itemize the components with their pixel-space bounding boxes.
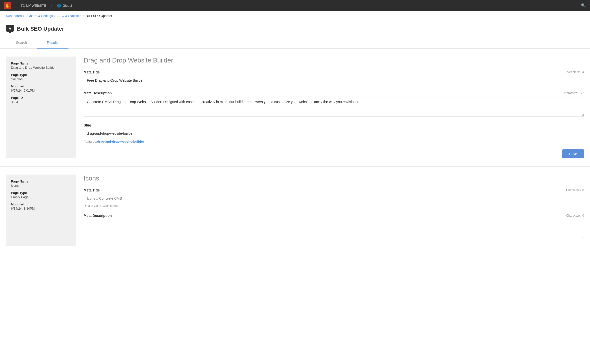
page-title-bar: ⚑ Bulk SEO Updater xyxy=(0,21,590,37)
meta-desc-field-2: Meta Description Characters: 0 xyxy=(84,214,584,240)
meta-desc-chars-2: Characters: 0 xyxy=(566,214,584,217)
meta-desc-chars-1: Characters: 172 xyxy=(563,91,584,95)
modified-value-1: 6/27/24, 5:01PM xyxy=(11,89,71,92)
meta-title-label-2: Meta Title xyxy=(84,188,100,192)
tab-results[interactable]: Results xyxy=(37,37,68,49)
meta-desc-textarea-1[interactable]: Concrete CMS's Drag and Drop Website Bui… xyxy=(84,97,584,117)
nav-separator: | xyxy=(51,3,52,7)
back-to-website-link[interactable]: ← TO MY WEBSITE xyxy=(16,4,46,7)
breadcrumb-seo-statistics[interactable]: SEO & Statistics xyxy=(58,14,81,18)
page-id-value-1: 3604 xyxy=(11,100,71,104)
slug-prefix-1: /features/ xyxy=(84,140,97,143)
page-title: Bulk SEO Updater xyxy=(17,26,64,32)
save-row-1: Save xyxy=(84,149,584,158)
breadcrumb-system-settings[interactable]: System & Settings xyxy=(26,14,53,18)
global-label: Global xyxy=(62,4,72,7)
record-info-1: Page Name Drag and Drop Website Builder … xyxy=(6,57,76,158)
page-name-label-2: Page Name xyxy=(11,180,71,183)
record-form-2: Icons Meta Title Characters: 0 Default v… xyxy=(84,175,584,246)
seo-record-2: Page Name Icons Page Type Empty Page Mod… xyxy=(0,167,590,254)
globe-icon: 🌐 xyxy=(57,4,61,7)
meta-desc-label-1: Meta Description xyxy=(84,91,112,95)
modified-label-2: Modified xyxy=(11,202,71,206)
record-page-title-2: Icons xyxy=(84,175,584,182)
back-label: TO MY WEBSITE xyxy=(21,4,46,7)
slug-input-1[interactable] xyxy=(84,129,584,138)
slug-preview-1: /features/drag-and-drop-website-builder xyxy=(84,140,584,143)
meta-title-label-1: Meta Title xyxy=(84,70,100,74)
app-logo: ✋ xyxy=(4,2,11,9)
modified-label-1: Modified xyxy=(11,84,71,88)
search-icon[interactable]: 🔍 xyxy=(581,3,586,8)
global-selector[interactable]: 🌐 Global xyxy=(57,4,72,7)
meta-title-input-2[interactable] xyxy=(84,194,584,203)
page-name-label-1: Page Name xyxy=(11,61,71,65)
modified-value-2: 6/14/24, 8:34PM xyxy=(11,207,71,210)
breadcrumb-sep-1: > xyxy=(23,14,25,17)
page-name-value-1: Drag and Drop Website Builder xyxy=(11,66,71,69)
page-name-value-2: Icons xyxy=(11,184,71,187)
tabs-bar: Search Results xyxy=(0,37,590,49)
page-type-value-1: Solution xyxy=(11,77,71,81)
record-page-title-1: Drag and Drop Website Builder xyxy=(84,57,584,64)
record-info-2: Page Name Icons Page Type Empty Page Mod… xyxy=(6,175,76,246)
page-type-value-2: Empty Page xyxy=(11,195,71,199)
slug-part-1: drag-and-drop-website-builder xyxy=(97,140,144,143)
top-nav: ✋ ← TO MY WEBSITE | 🌐 Global 🔍 xyxy=(0,0,590,11)
page-type-label-2: Page Type xyxy=(11,191,71,195)
meta-title-field-1: Meta Title Characters: 34 xyxy=(84,70,584,85)
breadcrumb: Dashboard > System & Settings > SEO & St… xyxy=(0,11,590,21)
main-content: Page Name Drag and Drop Website Builder … xyxy=(0,49,590,254)
slug-field-1: Slug /features/drag-and-drop-website-bui… xyxy=(84,123,584,143)
default-note-2: Default value. Click to edit. xyxy=(84,204,584,208)
seo-record-1: Page Name Drag and Drop Website Builder … xyxy=(0,49,590,167)
meta-desc-field-1: Meta Description Characters: 172 Concret… xyxy=(84,91,584,117)
meta-title-field-2: Meta Title Characters: 0 Default value. … xyxy=(84,188,584,208)
meta-title-chars-2: Characters: 0 xyxy=(566,188,584,192)
tab-search[interactable]: Search xyxy=(6,37,37,49)
page-id-label-1: Page ID xyxy=(11,96,71,100)
breadcrumb-sep-3: > xyxy=(83,14,84,17)
page-title-icon: ⚑ xyxy=(6,25,14,33)
meta-desc-label-2: Meta Description xyxy=(84,214,112,218)
meta-title-chars-1: Characters: 34 xyxy=(564,70,584,74)
breadcrumb-dashboard[interactable]: Dashboard xyxy=(6,14,22,18)
save-button-1[interactable]: Save xyxy=(562,149,584,158)
page-type-label-1: Page Type xyxy=(11,73,71,77)
breadcrumb-sep-2: > xyxy=(54,14,56,17)
record-form-1: Drag and Drop Website Builder Meta Title… xyxy=(84,57,584,158)
meta-desc-textarea-2[interactable] xyxy=(84,219,584,239)
slug-label-1: Slug xyxy=(84,123,91,127)
back-arrow-icon: ← xyxy=(16,4,19,7)
breadcrumb-current: Bulk SEO Updater xyxy=(86,14,112,18)
meta-title-input-1[interactable] xyxy=(84,76,584,85)
